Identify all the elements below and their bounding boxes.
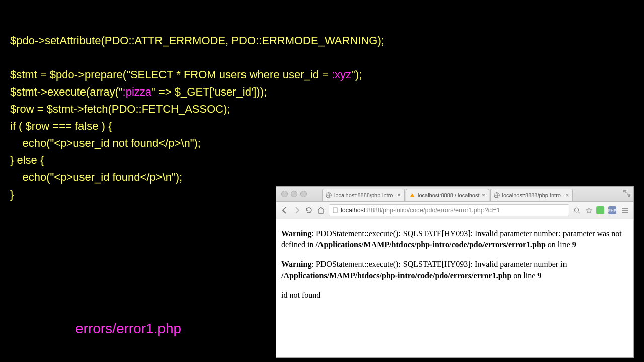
svg-rect-2 [333, 208, 337, 213]
tab-label: localhost:8888/php-intro [502, 192, 561, 198]
code-line: } else { [10, 154, 44, 166]
minimize-window-button[interactable] [291, 191, 297, 197]
hamburger-menu-icon[interactable] [620, 206, 629, 215]
result-text: id not found [281, 290, 628, 301]
search-icon[interactable] [572, 206, 581, 215]
close-tab-icon[interactable]: × [395, 192, 401, 199]
code-line: echo("<p>user_id found</p>\n"); [10, 171, 182, 184]
browser-tab-3[interactable]: localhost:8888/php-intro × [490, 189, 573, 201]
close-tab-icon[interactable]: × [480, 192, 486, 199]
placeholder-pizza: :pizza [123, 85, 151, 98]
phpmyadmin-icon [409, 192, 415, 198]
code-line: $stmt->execute(array(":pizza" => $_GET['… [10, 85, 267, 98]
back-button[interactable] [280, 206, 289, 215]
code-line: $pdo->setAttribute(PDO::ATTR_ERRMODE, PD… [10, 34, 384, 47]
globe-icon [494, 192, 500, 198]
code-line: $stmt = $pdo->prepare("SELECT * FROM use… [10, 68, 362, 81]
placeholder-xyz: :xyz [332, 68, 351, 81]
home-button[interactable] [316, 206, 326, 215]
browser-tab-2[interactable]: localhost:8888 / localhost × [406, 189, 489, 201]
warning-label: Warning [281, 260, 311, 268]
php-code-block: $pdo->setAttribute(PDO::ATTR_ERRMODE, PD… [10, 15, 384, 203]
close-window-button[interactable] [281, 191, 288, 197]
php-warning-1: Warning: PDOStatement::execute(): SQLSTA… [281, 228, 628, 251]
zoom-window-button[interactable] [300, 191, 307, 197]
url-path: :8888/php-intro/code/pdo/errors/error1.p… [365, 207, 500, 214]
code-line: echo("<p>user_id not found</p>\n"); [10, 137, 201, 149]
expand-icon[interactable] [623, 190, 630, 197]
warning-path: /Applications/MAMP/htdocs/php-intro/code… [281, 271, 511, 280]
browser-window: localhost:8888/php-intro × localhost:888… [276, 186, 634, 358]
svg-point-3 [574, 208, 578, 212]
url-host: localhost [341, 207, 365, 214]
warning-line: 9 [572, 240, 576, 249]
close-tab-icon[interactable]: × [564, 192, 569, 199]
code-line: } [10, 188, 14, 201]
reload-button[interactable] [304, 206, 313, 215]
file-caption: errors/error1.php [75, 321, 181, 337]
browser-toolbar: localhost:8888/php-intro/code/pdo/errors… [276, 202, 633, 219]
extension-icon-1[interactable] [596, 206, 604, 214]
warning-path: /Applications/MAMP/htdocs/php-intro/code… [315, 240, 545, 249]
tab-label: localhost:8888/php-intro [334, 192, 393, 198]
extension-icon-2[interactable]: PHP [608, 206, 616, 214]
page-icon [332, 207, 338, 213]
warning-label: Warning [281, 229, 311, 238]
toolbar-extensions: PHP [596, 206, 629, 215]
tab-strip: localhost:8888/php-intro × localhost:888… [322, 187, 633, 201]
address-bar[interactable]: localhost:8888/php-intro/code/pdo/errors… [329, 204, 569, 216]
forward-button[interactable] [292, 206, 301, 215]
star-icon[interactable] [584, 206, 593, 215]
code-line: if ( $row === false ) { [10, 120, 112, 132]
browser-tab-1[interactable]: localhost:8888/php-intro × [322, 189, 405, 201]
code-line: $row = $stmt->fetch(PDO::FETCH_ASSOC); [10, 103, 230, 115]
tab-label: localhost:8888 / localhost [418, 192, 480, 198]
php-warning-2: Warning: PDOStatement::execute(): SQLSTA… [281, 259, 628, 282]
warning-line: 9 [537, 271, 541, 280]
page-body: Warning: PDOStatement::execute(): SQLSTA… [276, 219, 633, 318]
browser-titlebar: localhost:8888/php-intro × localhost:888… [276, 187, 633, 202]
traffic-lights [281, 191, 307, 197]
globe-icon [326, 192, 332, 198]
